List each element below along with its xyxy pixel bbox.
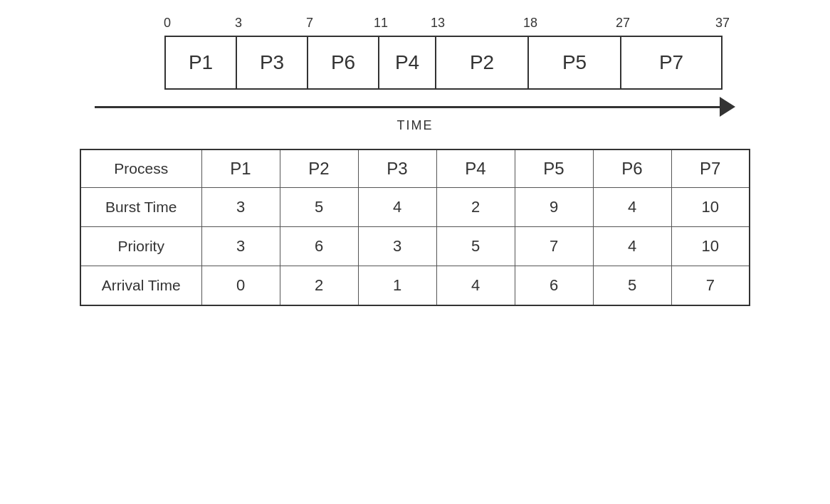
cell-r1-c2: 3 (358, 227, 436, 266)
time-label-27: 27 (613, 16, 633, 31)
cell-r0-c4: 9 (515, 188, 593, 227)
table-header-p7: P7 (671, 149, 750, 188)
gantt-cell-p7: P7 (621, 37, 721, 88)
cell-r1-c1: 6 (280, 227, 358, 266)
gantt-bar: P1P3P6P4P2P5P7 (164, 36, 723, 90)
cell-r1-c5: 4 (593, 227, 671, 266)
time-label-18: 18 (520, 16, 540, 31)
table-header-p4: P4 (436, 149, 515, 188)
table-header-p2: P2 (280, 149, 358, 188)
table-row: Arrival Time0214657 (80, 266, 750, 306)
time-labels-row: 0371113182737 (164, 13, 721, 33)
cell-r2-c3: 4 (436, 266, 515, 306)
table-header-p3: P3 (358, 149, 436, 188)
table-row: Burst Time35429410 (80, 188, 750, 227)
row-label-arrival-time: Arrival Time (80, 266, 201, 306)
cell-r2-c2: 1 (358, 266, 436, 306)
gantt-cell-p1: P1 (166, 37, 237, 88)
time-label-37: 37 (713, 16, 732, 31)
data-table: ProcessP1P2P3P4P5P6P7Burst Time35429410P… (80, 149, 750, 306)
gantt-section: 0371113182737 P1P3P6P4P2P5P7 (164, 13, 723, 90)
arrow-line (95, 106, 720, 108)
arrow-head-icon (720, 97, 735, 117)
cell-r1-c4: 7 (515, 227, 593, 266)
cell-r2-c1: 2 (280, 266, 358, 306)
cell-r0-c2: 4 (358, 188, 436, 227)
gantt-cell-p5: P5 (529, 37, 621, 88)
row-label-priority: Priority (80, 227, 201, 266)
cell-r1-c6: 10 (671, 227, 750, 266)
time-label-0: 0 (157, 16, 177, 31)
time-label-3: 3 (228, 16, 248, 31)
table-header-p1: P1 (201, 149, 280, 188)
cell-r2-c6: 7 (671, 266, 750, 306)
cell-r0-c0: 3 (201, 188, 280, 227)
table-header-p6: P6 (593, 149, 671, 188)
gantt-cell-p6: P6 (308, 37, 379, 88)
table-header-p5: P5 (515, 149, 593, 188)
time-label: TIME (95, 118, 735, 133)
gantt-cell-p4: P4 (379, 37, 436, 88)
cell-r0-c1: 5 (280, 188, 358, 227)
gantt-cell-p3: P3 (237, 37, 308, 88)
arrow-row (95, 97, 735, 117)
gantt-cell-p2: P2 (436, 37, 529, 88)
time-arrow-section: TIME (95, 97, 735, 133)
cell-r2-c5: 5 (593, 266, 671, 306)
cell-r1-c0: 3 (201, 227, 280, 266)
cell-r0-c5: 4 (593, 188, 671, 227)
time-label-13: 13 (428, 16, 448, 31)
cell-r2-c4: 6 (515, 266, 593, 306)
table-header-label: Process (80, 149, 201, 188)
table-row: Priority36357410 (80, 227, 750, 266)
cell-r1-c3: 5 (436, 227, 515, 266)
cell-r2-c0: 0 (201, 266, 280, 306)
cell-r0-c3: 2 (436, 188, 515, 227)
cell-r0-c6: 10 (671, 188, 750, 227)
row-label-burst-time: Burst Time (80, 188, 201, 227)
time-label-11: 11 (371, 16, 391, 31)
time-label-7: 7 (300, 16, 320, 31)
